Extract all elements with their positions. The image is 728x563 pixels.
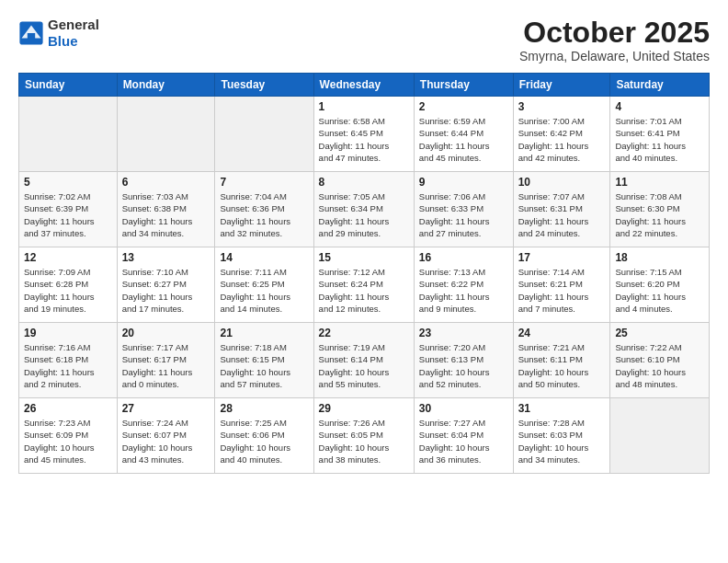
day-cell: 28Sunrise: 7:25 AM Sunset: 6:06 PM Dayli… (215, 398, 313, 474)
week-row-3: 12Sunrise: 7:09 AM Sunset: 6:28 PM Dayli… (19, 247, 710, 323)
day-info: Sunrise: 7:20 AM Sunset: 6:13 PM Dayligh… (419, 341, 508, 390)
day-cell: 9Sunrise: 7:06 AM Sunset: 6:33 PM Daylig… (414, 172, 513, 247)
calendar: SundayMondayTuesdayWednesdayThursdayFrid… (18, 73, 710, 474)
logo-icon (18, 20, 44, 46)
day-info: Sunrise: 7:08 AM Sunset: 6:30 PM Dayligh… (615, 190, 704, 239)
day-info: Sunrise: 7:03 AM Sunset: 6:38 PM Dayligh… (122, 190, 210, 239)
day-cell: 30Sunrise: 7:27 AM Sunset: 6:04 PM Dayli… (414, 398, 513, 474)
header-thursday: Thursday (414, 74, 513, 97)
month-title: October 2025 (519, 17, 710, 49)
day-number: 2 (419, 100, 508, 113)
day-cell: 21Sunrise: 7:18 AM Sunset: 6:15 PM Dayli… (215, 323, 313, 398)
day-info: Sunrise: 7:00 AM Sunset: 6:42 PM Dayligh… (518, 115, 606, 164)
day-number: 30 (419, 402, 508, 415)
day-info: Sunrise: 7:13 AM Sunset: 6:22 PM Dayligh… (419, 266, 508, 315)
day-info: Sunrise: 7:25 AM Sunset: 6:06 PM Dayligh… (220, 417, 308, 465)
day-cell: 31Sunrise: 7:28 AM Sunset: 6:03 PM Dayli… (513, 398, 610, 474)
day-info: Sunrise: 7:15 AM Sunset: 6:20 PM Dayligh… (615, 266, 704, 315)
week-row-4: 19Sunrise: 7:16 AM Sunset: 6:18 PM Dayli… (19, 323, 710, 398)
day-number: 11 (615, 176, 704, 189)
day-number: 9 (419, 176, 508, 189)
svg-rect-2 (28, 33, 35, 40)
day-info: Sunrise: 7:05 AM Sunset: 6:34 PM Dayligh… (319, 190, 409, 239)
day-info: Sunrise: 7:27 AM Sunset: 6:04 PM Dayligh… (419, 417, 508, 465)
day-cell: 14Sunrise: 7:11 AM Sunset: 6:25 PM Dayli… (215, 247, 313, 323)
day-info: Sunrise: 7:17 AM Sunset: 6:17 PM Dayligh… (122, 341, 210, 390)
day-number: 5 (24, 176, 112, 189)
day-cell: 12Sunrise: 7:09 AM Sunset: 6:28 PM Dayli… (19, 247, 118, 323)
day-cell: 2Sunrise: 6:59 AM Sunset: 6:44 PM Daylig… (414, 97, 513, 172)
day-cell: 23Sunrise: 7:20 AM Sunset: 6:13 PM Dayli… (414, 323, 513, 398)
header-row: SundayMondayTuesdayWednesdayThursdayFrid… (19, 74, 710, 97)
day-number: 18 (615, 251, 704, 264)
day-number: 14 (220, 251, 308, 264)
day-number: 1 (319, 100, 409, 113)
day-number: 15 (319, 251, 409, 264)
day-cell: 29Sunrise: 7:26 AM Sunset: 6:05 PM Dayli… (313, 398, 414, 474)
day-cell: 10Sunrise: 7:07 AM Sunset: 6:31 PM Dayli… (513, 172, 610, 247)
day-number: 26 (24, 402, 112, 415)
day-cell: 27Sunrise: 7:24 AM Sunset: 6:07 PM Dayli… (117, 398, 215, 474)
day-number: 29 (319, 402, 409, 415)
day-cell: 15Sunrise: 7:12 AM Sunset: 6:24 PM Dayli… (313, 247, 414, 323)
header-friday: Friday (513, 74, 610, 97)
day-info: Sunrise: 7:09 AM Sunset: 6:28 PM Dayligh… (24, 266, 112, 315)
header-tuesday: Tuesday (215, 74, 313, 97)
day-cell: 26Sunrise: 7:23 AM Sunset: 6:09 PM Dayli… (19, 398, 118, 474)
day-number: 22 (319, 327, 409, 339)
day-cell: 20Sunrise: 7:17 AM Sunset: 6:17 PM Dayli… (117, 323, 215, 398)
header-monday: Monday (117, 74, 215, 97)
day-info: Sunrise: 7:04 AM Sunset: 6:36 PM Dayligh… (220, 190, 308, 239)
day-number: 20 (122, 327, 210, 339)
day-number: 4 (615, 100, 704, 113)
day-info: Sunrise: 7:11 AM Sunset: 6:25 PM Dayligh… (220, 266, 308, 315)
day-cell: 5Sunrise: 7:02 AM Sunset: 6:39 PM Daylig… (19, 172, 118, 247)
day-cell (610, 398, 710, 474)
day-cell: 18Sunrise: 7:15 AM Sunset: 6:20 PM Dayli… (610, 247, 710, 323)
day-number: 6 (122, 176, 210, 189)
day-number: 10 (518, 176, 606, 189)
day-info: Sunrise: 7:02 AM Sunset: 6:39 PM Dayligh… (24, 190, 112, 239)
day-info: Sunrise: 7:01 AM Sunset: 6:41 PM Dayligh… (615, 115, 704, 164)
day-number: 21 (220, 327, 308, 339)
title-block: October 2025 Smyrna, Delaware, United St… (519, 17, 710, 63)
day-info: Sunrise: 7:07 AM Sunset: 6:31 PM Dayligh… (518, 190, 606, 239)
header-saturday: Saturday (610, 74, 710, 97)
day-info: Sunrise: 7:06 AM Sunset: 6:33 PM Dayligh… (419, 190, 508, 239)
location: Smyrna, Delaware, United States (519, 49, 710, 63)
day-info: Sunrise: 7:24 AM Sunset: 6:07 PM Dayligh… (122, 417, 210, 465)
day-number: 28 (220, 402, 308, 415)
day-info: Sunrise: 7:22 AM Sunset: 6:10 PM Dayligh… (615, 341, 704, 390)
day-info: Sunrise: 7:12 AM Sunset: 6:24 PM Dayligh… (319, 266, 409, 315)
day-number: 7 (220, 176, 308, 189)
day-number: 25 (615, 327, 704, 339)
header-wednesday: Wednesday (313, 74, 414, 97)
day-cell: 11Sunrise: 7:08 AM Sunset: 6:30 PM Dayli… (610, 172, 710, 247)
day-number: 23 (419, 327, 508, 339)
day-cell: 13Sunrise: 7:10 AM Sunset: 6:27 PM Dayli… (117, 247, 215, 323)
day-cell: 6Sunrise: 7:03 AM Sunset: 6:38 PM Daylig… (117, 172, 215, 247)
day-number: 19 (24, 327, 112, 339)
day-info: Sunrise: 6:59 AM Sunset: 6:44 PM Dayligh… (419, 115, 508, 164)
logo: General Blue (18, 17, 99, 50)
day-info: Sunrise: 7:16 AM Sunset: 6:18 PM Dayligh… (24, 341, 112, 390)
day-info: Sunrise: 7:28 AM Sunset: 6:03 PM Dayligh… (518, 417, 606, 465)
day-info: Sunrise: 7:10 AM Sunset: 6:27 PM Dayligh… (122, 266, 210, 315)
day-number: 24 (518, 327, 606, 339)
day-cell: 3Sunrise: 7:00 AM Sunset: 6:42 PM Daylig… (513, 97, 610, 172)
day-info: Sunrise: 7:21 AM Sunset: 6:11 PM Dayligh… (518, 341, 606, 390)
day-cell: 1Sunrise: 6:58 AM Sunset: 6:45 PM Daylig… (313, 97, 414, 172)
day-number: 13 (122, 251, 210, 264)
day-cell (19, 97, 118, 172)
page-header: General Blue October 2025 Smyrna, Delawa… (18, 17, 710, 63)
day-info: Sunrise: 7:14 AM Sunset: 6:21 PM Dayligh… (518, 266, 606, 315)
header-sunday: Sunday (19, 74, 118, 97)
day-cell: 7Sunrise: 7:04 AM Sunset: 6:36 PM Daylig… (215, 172, 313, 247)
day-cell (215, 97, 313, 172)
day-cell: 4Sunrise: 7:01 AM Sunset: 6:41 PM Daylig… (610, 97, 710, 172)
logo-text: General Blue (48, 17, 99, 50)
week-row-1: 1Sunrise: 6:58 AM Sunset: 6:45 PM Daylig… (19, 97, 710, 172)
day-cell: 8Sunrise: 7:05 AM Sunset: 6:34 PM Daylig… (313, 172, 414, 247)
week-row-5: 26Sunrise: 7:23 AM Sunset: 6:09 PM Dayli… (19, 398, 710, 474)
day-cell: 17Sunrise: 7:14 AM Sunset: 6:21 PM Dayli… (513, 247, 610, 323)
